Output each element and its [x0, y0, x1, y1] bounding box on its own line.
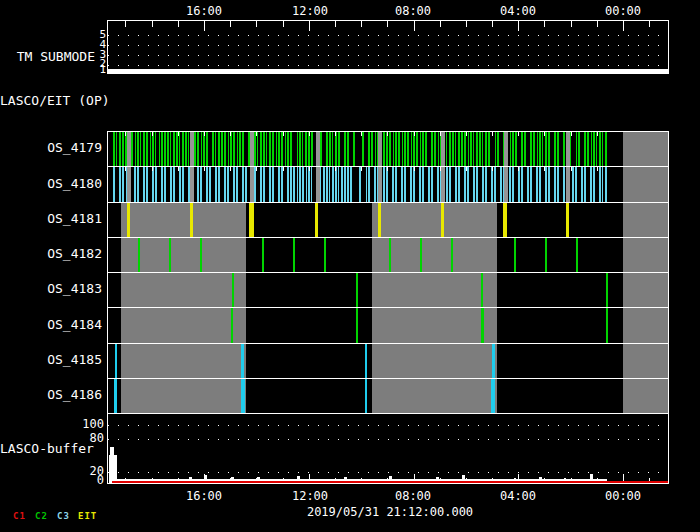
bar-gap [293, 132, 297, 166]
bar-gap [180, 132, 182, 166]
hour-tick [125, 132, 126, 136]
gray-marker [190, 132, 194, 166]
bar-gap [596, 167, 598, 202]
bar-gap [194, 167, 196, 202]
bar-gap [524, 167, 526, 202]
hour-tick [361, 167, 362, 171]
event-line [365, 344, 367, 378]
bar-gap [389, 167, 391, 202]
event-line [576, 238, 578, 272]
axis-tick [597, 21, 598, 27]
bar-gap [356, 132, 361, 166]
gray-block [121, 203, 246, 237]
axis-tick [544, 21, 545, 27]
dotted-gridline [108, 425, 668, 426]
bar-gap [535, 132, 537, 166]
bar-gap [560, 132, 562, 166]
bar-gap [124, 167, 126, 202]
axis-tick [178, 21, 179, 27]
time-label-bottom: 00:00 [605, 490, 641, 503]
bar-gap [167, 167, 170, 202]
hour-tick [178, 132, 179, 136]
event-line [315, 203, 318, 237]
bar-gap [133, 132, 135, 166]
axis-tick [414, 21, 415, 31]
gray-marker [566, 132, 570, 166]
bar-gap [603, 167, 605, 202]
bar-gap [330, 167, 332, 202]
event-line [127, 203, 130, 237]
bar-gap [304, 167, 306, 202]
bar-gap [350, 132, 352, 166]
axis-tick [256, 21, 257, 27]
hour-tick [466, 167, 467, 171]
bar-gap [303, 132, 305, 166]
gray-marker [504, 132, 508, 166]
dotted-gridline [108, 55, 668, 56]
hour-tick [571, 167, 572, 171]
gray-block [623, 308, 668, 343]
gray-block [623, 379, 668, 413]
gray-block [623, 238, 668, 272]
hour-tick [518, 167, 519, 171]
bar-gap [257, 167, 259, 202]
bar-gap [497, 167, 500, 202]
bar-gap [461, 167, 464, 202]
rows-border-right [668, 131, 669, 413]
legend-item-c3: C3 [57, 511, 70, 521]
event-line [138, 238, 140, 272]
bar-gap [239, 167, 242, 202]
row-label-os4184: OS_4184 [0, 318, 102, 332]
bar-gap [140, 167, 142, 202]
buffer-peak-tip [110, 447, 114, 455]
hour-tick [256, 167, 257, 171]
bar-gap [226, 132, 228, 166]
hour-tick [283, 167, 284, 171]
axis-tick [492, 21, 493, 27]
event-line [200, 238, 202, 272]
row-label-os4182: OS_4182 [0, 247, 102, 261]
bar-gap [274, 132, 276, 166]
event-line [232, 273, 234, 307]
bar-gap [416, 167, 419, 202]
bar-gap [526, 132, 529, 166]
row-label-os4186: OS_4186 [0, 388, 102, 402]
bar-gap [235, 132, 237, 166]
hour-tick [414, 167, 415, 171]
hour-tick [178, 167, 179, 171]
legend-item-c2: C2 [35, 511, 48, 521]
event-line [262, 238, 264, 272]
time-label-top: 04:00 [500, 5, 536, 18]
event-line [492, 344, 495, 378]
hour-tick [335, 167, 336, 171]
gray-block [623, 167, 668, 202]
event-line [481, 273, 483, 307]
bar-gap [551, 167, 553, 202]
hour-tick [597, 132, 598, 136]
buffer-peak [109, 455, 117, 483]
bar-gap [373, 132, 375, 166]
red-rate-line [112, 481, 668, 483]
bar-gap [352, 167, 358, 202]
axis-tick [361, 21, 362, 27]
bar-gap [141, 132, 143, 166]
time-label-bottom: 08:00 [395, 490, 431, 503]
event-line [420, 238, 422, 272]
event-line [190, 203, 193, 237]
hour-tick [466, 132, 467, 136]
buffer-axis-right [668, 413, 669, 483]
bar-gap [116, 167, 118, 202]
bar-gap [474, 132, 476, 166]
gray-block [372, 273, 497, 307]
gray-block [121, 379, 246, 413]
axis-tick [571, 21, 572, 27]
bar-gap [199, 132, 201, 166]
bar-gap [364, 132, 367, 166]
hour-tick [492, 132, 493, 136]
y-tick-label: 0 [76, 474, 104, 487]
dotted-gridline [108, 35, 668, 36]
bar-gap [171, 132, 173, 166]
bar-gap [508, 132, 510, 166]
bar-gap [490, 132, 495, 166]
bar-gap [341, 132, 343, 166]
